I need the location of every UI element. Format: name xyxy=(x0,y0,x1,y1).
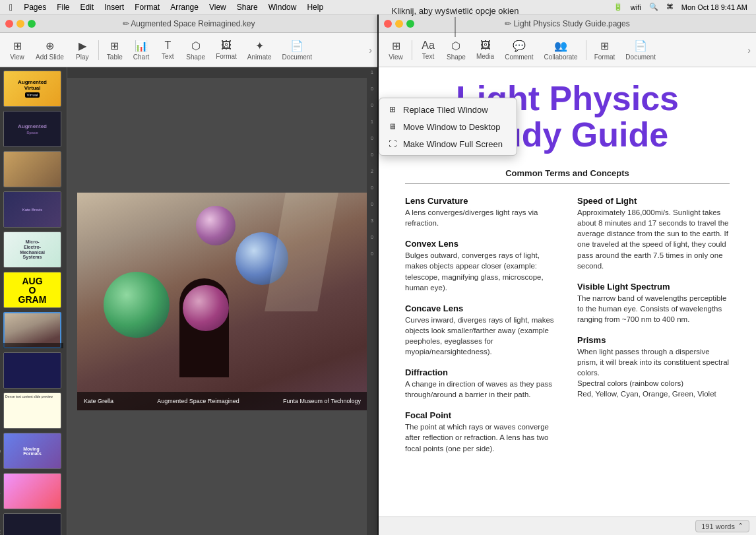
term-diffraction-title: Diffraction xyxy=(405,367,557,377)
term-speed-of-light-desc: Approximately 186,000mi/s. Sunlight take… xyxy=(577,207,730,271)
slide-8-bg xyxy=(4,353,61,388)
pages-document-button[interactable]: 📄 Document xyxy=(621,38,660,62)
slide-thumb-4[interactable]: 4 Kate Brexis xyxy=(3,191,63,228)
context-menu-item-fullscreen[interactable]: ⛶ Make Window Full Screen xyxy=(379,135,517,152)
pages-comment-button[interactable]: 💬 Comment xyxy=(501,38,537,62)
menubar-edit[interactable]: Edit xyxy=(76,1,99,13)
keynote-close-button[interactable] xyxy=(5,20,13,28)
keynote-main: 1 AugmentedVirtual Virtual 2 AugmentedSp… xyxy=(0,67,377,535)
keynote-format-button[interactable]: 🖼 Format xyxy=(212,38,241,61)
keynote-table-button[interactable]: ⊞ Table xyxy=(103,38,127,62)
slide-content: Kate Grella Augmented Space Reimagined F… xyxy=(77,193,367,410)
pages-toolbar-chevron[interactable]: › xyxy=(747,45,751,55)
apple-menu[interactable]:  xyxy=(4,2,18,13)
play-icon: ▶ xyxy=(79,40,86,52)
pages-shape-icon: ⬡ xyxy=(451,40,460,52)
keynote-chart-label: Chart xyxy=(133,53,149,61)
term-visible-light-desc: The narrow band of wavelengths perceptib… xyxy=(577,293,730,325)
menubar-window[interactable]: Window xyxy=(264,1,301,13)
slide-1-bg: AugmentedVirtual Virtual xyxy=(4,71,61,106)
slide-thumb-2[interactable]: 2 AugmentedSpace xyxy=(3,111,63,147)
slide-thumb-1[interactable]: 1 AugmentedVirtual Virtual xyxy=(3,71,63,107)
context-menu-item-move[interactable]: 🖥 Move Window to Desktop xyxy=(379,118,517,135)
format-icon: 🖼 xyxy=(221,40,232,51)
slides-panel: 1 AugmentedVirtual Virtual 2 AugmentedSp… xyxy=(0,67,67,535)
pages-shape-button[interactable]: ⬡ Shape xyxy=(443,38,470,62)
pages-text-button[interactable]: Aa Text xyxy=(416,38,440,61)
pages-close-button[interactable] xyxy=(384,20,392,28)
pages-format-button[interactable]: ⊞ Format xyxy=(590,38,619,62)
keynote-animate-button[interactable]: ✦ Animate xyxy=(243,38,276,62)
fullscreen-icon: ⛶ xyxy=(387,139,398,149)
pages-view-label: View xyxy=(389,53,403,61)
context-menu-item-replace[interactable]: ⊞ Replace Tiled Window xyxy=(379,101,517,118)
keynote-shape-button[interactable]: ⬡ Shape xyxy=(182,38,209,62)
keynote-maximize-button[interactable] xyxy=(28,20,36,28)
slide-thumb-6[interactable]: 6 AUGOGRAM xyxy=(3,272,63,308)
menubar:  Pages File Edit Insert Format Arrange … xyxy=(0,0,756,15)
slide-thumb-9[interactable]: 9 Dense text content slide preview xyxy=(3,393,63,429)
ruler-mark-5: 0 xyxy=(371,136,373,141)
context-menu: ⊞ Replace Tiled Window 🖥 Move Window to … xyxy=(379,98,517,156)
slide-4-text: Kate Brexis xyxy=(22,208,43,212)
slide-thumb-8[interactable]: 8 xyxy=(3,352,63,389)
shape-icon: ⬡ xyxy=(191,40,201,52)
slide-thumb-10[interactable]: 10 MovingFormats xyxy=(3,433,63,469)
slide-11-inner xyxy=(3,473,61,509)
tooltip-annotation: Kliknij, aby wyświetlić opcje okien xyxy=(383,0,528,17)
addslide-icon: ⊕ xyxy=(46,40,54,52)
slide-number-11: 11 xyxy=(0,488,1,495)
sphere-pink xyxy=(183,285,229,331)
menubar-view[interactable]: View xyxy=(205,1,231,13)
ruler-mark-10: 3 xyxy=(371,218,373,223)
toolbar-chevron[interactable]: › xyxy=(369,45,372,55)
keynote-minimize-button[interactable] xyxy=(16,20,24,28)
term-concave-lens-title: Concave Lens xyxy=(405,303,557,313)
pages-minimize-button[interactable] xyxy=(395,20,403,28)
pages-toolbar-sep xyxy=(412,40,412,60)
pages-collaborate-button[interactable]: 👥 Collaborate xyxy=(540,38,582,62)
menubar-pages[interactable]: Pages xyxy=(19,1,51,13)
term-speed-of-light-title: Speed of Light xyxy=(577,196,730,206)
keynote-document-button[interactable]: 📄 Document xyxy=(278,38,317,62)
word-count-button[interactable]: 191 words ⌃ xyxy=(695,520,749,532)
terms-col-1: Lens Curvature A lens converges/diverges… xyxy=(405,196,557,464)
slide-7-caption xyxy=(3,343,61,348)
keynote-play-button[interactable]: ▶ Play xyxy=(71,38,94,62)
slide-10-text: MovingFormats xyxy=(23,447,42,456)
keynote-view-button[interactable]: ⊞ View xyxy=(5,38,29,62)
keynote-text-button[interactable]: T Text xyxy=(156,38,179,61)
keynote-chart-button[interactable]: 📊 Chart xyxy=(129,38,153,62)
keynote-shape-label: Shape xyxy=(186,53,205,61)
menubar-help[interactable]: Help xyxy=(302,1,328,13)
context-menu-fullscreen-label: Make Window Full Screen xyxy=(403,139,503,149)
airdrop-icon: ⌘ xyxy=(664,2,676,12)
slide-thumb-12[interactable]: 12 xyxy=(3,513,63,535)
search-icon[interactable]: 🔍 xyxy=(647,2,660,12)
keynote-window-title: ✏ Augmented Space Reimagined.key xyxy=(123,19,255,28)
menubar-file[interactable]: File xyxy=(52,1,74,13)
caption-left: Kate Grella xyxy=(84,398,113,404)
keynote-view-label: View xyxy=(10,53,24,61)
term-diffraction-desc: A change in direction of waves as they p… xyxy=(405,379,557,400)
table-icon: ⊞ xyxy=(110,40,119,52)
pages-view-button[interactable]: ⊞ View xyxy=(384,38,408,62)
animate-icon: ✦ xyxy=(255,40,264,52)
menubar-arrange[interactable]: Arrange xyxy=(166,1,203,13)
doc-divider xyxy=(405,183,730,184)
menubar-format[interactable]: Format xyxy=(130,1,164,13)
caption-center: Augmented Space Reimagined xyxy=(157,398,239,404)
pages-toolbar-sep2 xyxy=(586,40,586,60)
term-prisms-title: Prisms xyxy=(577,335,730,345)
keynote-addslide-button[interactable]: ⊕ Add Slide xyxy=(32,38,68,62)
slide-thumb-5[interactable]: 5 Micro-Electro-MechanicalSystems xyxy=(3,232,63,268)
pages-comment-label: Comment xyxy=(505,53,533,61)
slide-thumb-11[interactable]: 11 xyxy=(3,473,63,509)
menubar-share[interactable]: Share xyxy=(232,1,263,13)
pages-maximize-button[interactable] xyxy=(406,20,414,28)
slide-thumb-3[interactable]: 3 xyxy=(3,151,63,187)
pages-collaborate-icon: 👥 xyxy=(554,40,567,52)
menubar-insert[interactable]: Insert xyxy=(100,1,129,13)
slide-thumb-7[interactable]: 7 xyxy=(3,312,63,348)
pages-media-button[interactable]: 🖼 Media xyxy=(472,38,498,61)
